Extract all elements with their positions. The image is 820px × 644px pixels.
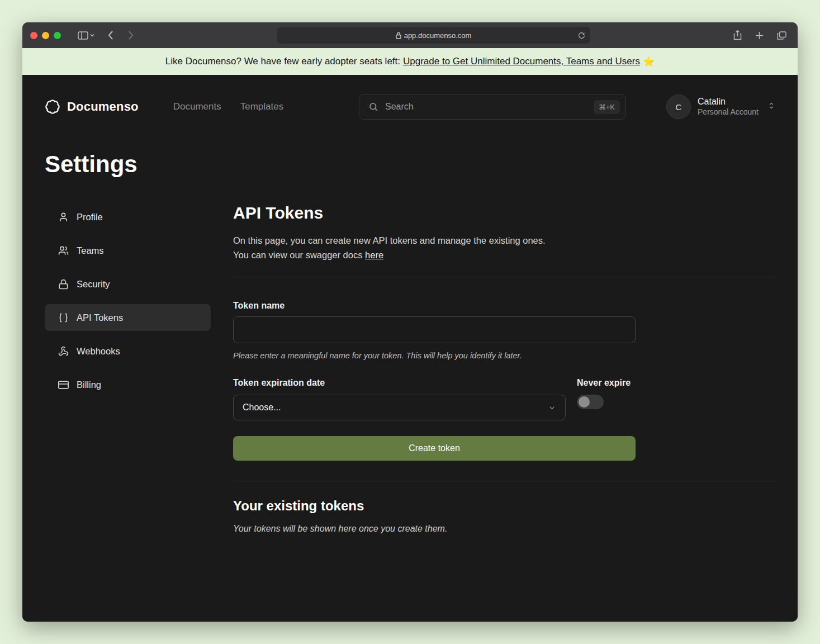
chevron-down-icon [548,404,556,412]
credit-card-icon [58,380,69,390]
upgrade-link[interactable]: Upgrade to Get Unlimited Documents, Team… [403,56,640,67]
reload-button[interactable] [578,32,585,39]
account-menu-button[interactable]: C Catalin Personal Account [666,94,775,119]
expiration-select[interactable]: Choose... [233,395,566,420]
lock-icon [58,279,69,290]
sidebar-item-api-tokens[interactable]: API Tokens [45,304,211,331]
brand-name: Documenso [67,100,139,114]
token-name-input[interactable] [233,316,636,343]
promo-text: Like Documenso? We have few early adopte… [165,56,400,67]
search-shortcut-badge: ⌘+K [594,100,620,114]
sidebar-item-label: Teams [77,245,104,256]
never-expire-label: Never expire [577,378,636,388]
avatar: C [666,94,691,119]
webhook-icon [58,346,69,357]
tab-overview-button[interactable] [777,30,786,40]
settings-sidebar: Profile Teams Security [45,203,211,534]
nav-templates[interactable]: Templates [240,101,283,112]
token-name-hint: Please enter a meaningful name for your … [233,351,636,360]
zoom-window-button[interactable] [54,32,61,39]
app-content: Documenso Documents Templates Search ⌘+K… [22,75,798,622]
sidebar-item-security[interactable]: Security [45,271,211,297]
traffic-lights [30,32,61,39]
section-description-line1: On this page, you can create new API tok… [233,235,546,245]
sidebar-item-label: Webhooks [77,346,120,357]
forward-button[interactable] [128,31,134,40]
existing-tokens-empty-text: Your tokens will be shown here once you … [233,524,775,534]
sidebar-item-profile[interactable]: Profile [45,203,211,230]
browser-titlebar: app.documenso.com [22,22,798,48]
chevrons-up-down-icon [767,101,775,112]
token-name-label: Token name [233,301,636,311]
sidebar-item-webhooks[interactable]: Webhooks [45,338,211,364]
app-header: Documenso Documents Templates Search ⌘+K… [22,75,798,120]
browser-window: app.documenso.com [22,22,798,622]
address-bar[interactable]: app.documenso.com [277,27,590,44]
section-title: API Tokens [233,203,775,222]
user-icon [58,212,69,222]
search-input[interactable]: Search ⌘+K [359,94,626,120]
chevron-down-icon [90,34,94,37]
never-expire-toggle[interactable] [577,395,604,409]
section-description-line2: You can view our swagger docs [233,250,362,260]
swagger-docs-link[interactable]: here [365,250,383,260]
top-navigation: Documents Templates [173,101,283,112]
nav-documents[interactable]: Documents [173,101,221,112]
close-window-button[interactable] [30,32,37,39]
api-tokens-panel: API Tokens On this page, you can create … [233,203,775,534]
expiration-label: Token expiration date [233,378,566,388]
url-text: app.documenso.com [404,31,472,40]
users-icon [58,245,69,256]
expiration-selected-value: Choose... [243,402,281,413]
toggle-knob [579,396,590,408]
braces-icon [58,312,69,323]
sidebar-toggle-icon[interactable] [78,31,94,40]
user-name: Catalin [698,96,759,107]
search-icon [368,102,378,112]
divider [233,481,775,481]
share-icon[interactable] [733,30,742,40]
sidebar-item-label: Billing [77,380,101,390]
documenso-logo-icon [45,99,60,115]
sidebar-item-billing[interactable]: Billing [45,371,211,398]
star-emoji: ⭐ [643,56,655,68]
promo-banner: Like Documenso? We have few early adopte… [22,48,798,75]
minimize-window-button[interactable] [42,32,49,39]
existing-tokens-title: Your existing tokens [233,498,775,514]
sidebar-item-label: Profile [77,212,103,222]
create-token-button[interactable]: Create token [233,436,636,461]
sidebar-item-label: Security [77,279,110,290]
page-title: Settings [22,120,798,178]
lock-icon [396,32,401,39]
sidebar-item-teams[interactable]: Teams [45,237,211,264]
sidebar-item-label: API Tokens [77,312,123,323]
brand[interactable]: Documenso [45,99,139,115]
search-placeholder: Search [385,102,587,112]
back-button[interactable] [108,31,113,40]
divider [233,277,775,277]
new-tab-button[interactable] [755,30,764,40]
user-account-type: Personal Account [698,107,759,117]
